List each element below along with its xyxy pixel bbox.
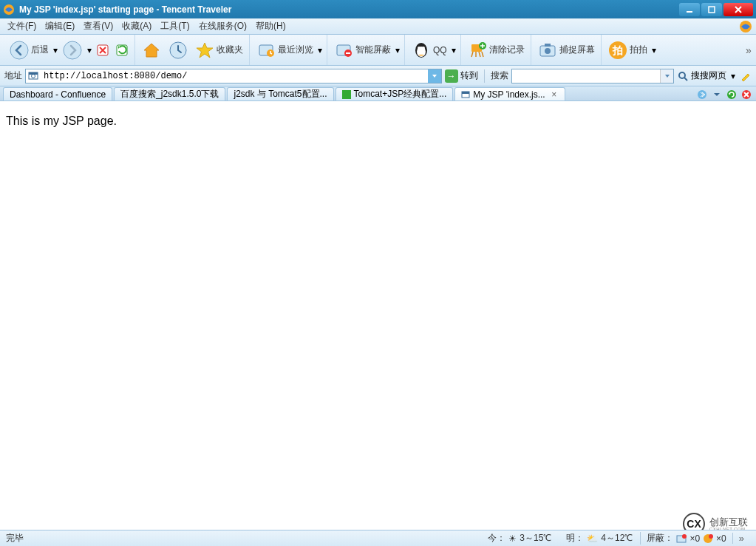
block-status[interactable]: 屏蔽： ×0 ×0 [640,532,732,545]
menu-edit[interactable]: 编辑(E) [41,20,79,33]
tab-tomcat-jsp[interactable]: Tomcat+JSP经典配置... [336,87,454,100]
recent-label: 最近浏览 [278,44,313,56]
svg-point-5 [64,41,81,59]
star-icon [194,40,215,61]
app-brand-icon[interactable] [738,19,753,34]
page-content: This is my JSP page. [0,101,756,530]
menu-view[interactable]: 查看(V) [79,20,118,33]
url-input[interactable] [42,71,428,81]
menu-file[interactable]: 文件(F) [3,20,41,33]
broom-icon [467,40,488,61]
svg-point-4 [10,41,28,59]
tab-restore-icon[interactable] [725,89,738,100]
svg-text:拍: 拍 [612,44,623,56]
window-title: My JSP 'index.jsp' starting page - Tence… [19,4,678,15]
tab-list-icon[interactable] [710,89,723,100]
search-input[interactable] [512,71,660,81]
capture-button[interactable]: 捕捉屏幕 [534,38,598,63]
forward-icon [62,40,83,61]
svg-rect-1 [687,11,692,13]
address-label: 地址 [4,69,22,82]
recent-dropdown[interactable]: ▾ [316,45,324,55]
svg-rect-31 [462,92,469,94]
paipai-dropdown[interactable]: ▾ [650,45,658,55]
qq-icon [411,40,432,61]
search-label: 搜索 [491,69,508,82]
site-icon [28,70,40,82]
camera-icon [537,40,558,61]
search-dropdown[interactable] [660,69,673,83]
menu-online[interactable]: 在线服务(O) [194,20,251,33]
refresh-icon [115,44,129,57]
forward-dropdown[interactable]: ▾ [86,45,93,55]
minimize-button[interactable] [679,3,700,16]
recent-icon [256,40,276,61]
highlight-button[interactable] [740,70,752,82]
back-label: 后退 [31,44,49,56]
go-label: 转到 [460,69,478,82]
search-go-label: 搜搜网页 [691,69,726,82]
svg-rect-13 [346,52,350,54]
address-field[interactable] [25,69,442,83]
svg-point-36 [682,534,687,539]
qq-dropdown[interactable]: ▾ [450,45,457,55]
favorites-button[interactable]: 收藏夹 [191,38,246,63]
watermark-main: 创新互联 [709,517,748,527]
favicon-icon [461,90,470,99]
clear-label: 清除记录 [489,44,525,56]
smart-block-label: 智能屏蔽 [355,44,391,56]
history-button[interactable] [165,38,191,63]
close-button[interactable] [723,3,753,16]
go-icon: → [445,69,458,83]
search-go-button[interactable]: 搜搜网页 [677,69,726,82]
favorites-label: 收藏夹 [217,44,243,56]
paipai-label: 拍拍 [630,44,647,56]
tab-close-all-icon[interactable] [740,89,753,100]
statusbar: 完毕 今： ☀ 3～15℃ 明： ⛅ 4～12℃ 屏蔽： ×0 ×0 » [0,530,756,546]
cloud-icon: ⛅ [587,533,598,544]
home-icon [141,40,162,61]
home-button[interactable] [138,38,165,63]
svg-point-33 [727,90,736,99]
tab-scroll-right-icon[interactable] [695,89,709,100]
favicon-icon [342,90,351,99]
back-dropdown[interactable]: ▾ [52,45,59,55]
smart-block-button[interactable]: 智能屏蔽 [330,38,394,63]
status-text: 完毕 [6,532,72,545]
toolbar-overflow[interactable]: » [744,44,753,56]
titlebar: My JSP 'index.jsp' starting page - Tence… [0,0,756,18]
menu-help[interactable]: 帮助(H) [251,20,290,33]
recent-button[interactable]: 最近浏览 [253,38,316,63]
menu-favorites[interactable]: 收藏(A) [118,20,156,33]
toolbar: 后退 ▾ ▾ 收藏夹 最近浏览 ▾ [0,35,756,66]
tab-close-icon[interactable]: × [550,90,559,99]
refresh-button[interactable] [112,38,132,63]
tab-baidu[interactable]: 百度搜索_j2sdk1.5.0下载 [114,87,225,100]
tabbar: Dashboard - Confluence 百度搜索_j2sdk1.5.0下载… [0,86,756,101]
tab-j2sdk-tomcat[interactable]: j2sdk 与 Tomcat5配置... [227,87,333,100]
clear-button[interactable]: 清除记录 [464,38,528,63]
svg-point-22 [545,48,551,54]
tab-dashboard[interactable]: Dashboard - Confluence [3,87,112,100]
status-overflow[interactable]: » [732,533,750,544]
window-controls [678,3,753,16]
smart-block-dropdown[interactable]: ▾ [394,45,401,55]
qq-button[interactable]: QQ [408,38,450,63]
menubar: 文件(F) 编辑(E) 查看(V) 收藏(A) 工具(T) 在线服务(O) 帮助… [0,18,756,35]
stop-button[interactable] [93,38,112,63]
forward-button[interactable] [59,38,86,63]
search-go-dropdown[interactable]: ▾ [729,71,737,81]
paipai-button[interactable]: 拍 拍拍 [605,38,650,63]
search-field[interactable] [511,69,674,83]
svg-rect-29 [342,90,351,99]
svg-point-38 [709,534,713,539]
addressbar: 地址 → 转到 搜索 搜搜网页 ▾ [0,66,756,86]
maximize-button[interactable] [701,3,722,16]
back-button[interactable]: 后退 [6,38,52,63]
go-button[interactable]: → 转到 [445,69,478,83]
url-dropdown[interactable] [428,69,441,83]
tab-active[interactable]: My JSP 'index.js... × [454,87,565,100]
weather-info: 今： ☀ 3～15℃ 明： ⛅ 4～12℃ [72,532,640,545]
menu-tools[interactable]: 工具(T) [156,20,194,33]
paipai-icon: 拍 [607,40,628,61]
